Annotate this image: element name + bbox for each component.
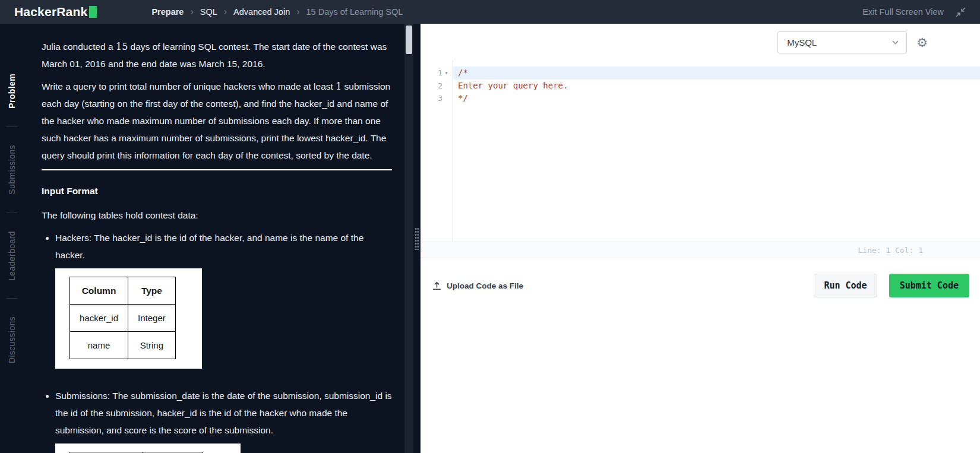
line-number: 3: [438, 94, 442, 103]
submit-code-button[interactable]: Submit Code: [889, 274, 969, 297]
table-cell: String: [128, 332, 176, 359]
tables-bullet-list: Hackers: The hacker_id is the id of the …: [42, 229, 392, 453]
code-editor[interactable]: 1 ▾ 2 3 /* Enter your query here. *: [421, 61, 980, 242]
language-select[interactable]: MySQL: [777, 31, 907, 53]
fold-arrow-icon[interactable]: ▾: [442, 69, 450, 76]
hackers-table: Column Type hacker_id Integer name Strin…: [69, 277, 176, 359]
header-right-controls: Exit Full Screen View: [862, 7, 966, 17]
resize-grip-icon: [415, 227, 419, 250]
breadcrumb-advanced-join[interactable]: Advanced Join: [233, 7, 290, 17]
code-input-area[interactable]: /* Enter your query here. */: [453, 61, 980, 242]
table-cell: hacker_id: [70, 305, 128, 332]
column-header: Column: [70, 277, 128, 305]
text: submission each day (starting on the fir…: [42, 81, 390, 160]
hackerrank-logo[interactable]: HackerRank: [14, 5, 97, 19]
submissions-table-image: Column Type: [55, 444, 241, 453]
math-number: 15: [116, 41, 128, 52]
run-code-button[interactable]: Run Code: [814, 274, 877, 297]
code-line[interactable]: Enter your query here.: [453, 80, 980, 93]
editor-settings-gear-icon[interactable]: ⚙: [916, 36, 928, 49]
scrollbar-thumb[interactable]: [406, 26, 412, 54]
text: Julia conducted a: [42, 42, 116, 52]
code-line-active[interactable]: /*: [453, 66, 980, 80]
line-number: 1: [438, 68, 442, 77]
collapse-fullscreen-icon[interactable]: [956, 7, 966, 17]
tab-submissions[interactable]: Submissions: [7, 127, 17, 213]
hackers-table-description: Hackers: The hacker_id is the id of the …: [55, 233, 363, 260]
editor-toolbar: MySQL ⚙: [421, 24, 980, 61]
table-cell: name: [70, 332, 128, 359]
gutter-line-3: 3: [421, 92, 453, 105]
problem-statement: Julia conducted a 15 days of learning SQ…: [24, 24, 413, 453]
upload-code-button[interactable]: Upload Code as File: [432, 281, 523, 290]
editor-actions-bar: Upload Code as File Run Code Submit Code: [421, 258, 980, 297]
tables-intro: The following tables hold contest data:: [42, 207, 392, 224]
chevron-down-icon: [892, 40, 899, 45]
editor-status-bar: Line: 1 Col: 1: [421, 242, 980, 258]
tab-problem[interactable]: Problem: [7, 56, 17, 126]
submissions-table-description: Submissions: The submission_date is the …: [55, 391, 392, 435]
cursor-position-indicator: Line: 1 Col: 1: [858, 246, 923, 255]
section-divider: [42, 169, 392, 170]
upload-icon: [432, 281, 441, 290]
breadcrumb-current-challenge: 15 Days of Learning SQL: [306, 7, 403, 17]
problem-paragraph-1: Julia conducted a 15 days of learning SQ…: [42, 38, 392, 72]
code-editor-panel: MySQL ⚙ 1 ▾ 2: [421, 24, 980, 453]
chevron-separator-icon: ›: [190, 7, 193, 17]
table-row: name String: [70, 332, 176, 359]
table-row: hacker_id Integer: [70, 305, 176, 332]
breadcrumb-prepare[interactable]: Prepare: [151, 7, 184, 17]
table-cell: Integer: [128, 305, 176, 332]
left-panel-scrollbar[interactable]: [404, 24, 413, 453]
column-header: Type: [128, 277, 176, 305]
chevron-separator-icon: ›: [224, 7, 227, 17]
logo-green-block-icon: [89, 6, 97, 18]
problem-panel: Problem Submissions Leaderboard Discussi…: [0, 24, 413, 453]
editor-gutter: 1 ▾ 2 3: [421, 61, 453, 242]
main-area: Problem Submissions Leaderboard Discussi…: [0, 24, 980, 453]
hackerrank-challenge-page: HackerRank Prepare › SQL › Advanced Join…: [0, 0, 980, 453]
list-item: Submissions: The submission_date is the …: [55, 387, 392, 453]
hackers-table-image: Column Type hacker_id Integer name Strin…: [55, 268, 202, 369]
logo-text: HackerRank: [14, 5, 87, 19]
line-number: 2: [438, 81, 442, 90]
panel-resize-handle[interactable]: [413, 24, 421, 453]
top-header: HackerRank Prepare › SQL › Advanced Join…: [0, 0, 980, 24]
tab-discussions[interactable]: Discussions: [7, 299, 17, 381]
upload-code-label: Upload Code as File: [447, 281, 523, 290]
breadcrumb: Prepare › SQL › Advanced Join › 15 Days …: [151, 7, 403, 17]
list-item: Hackers: The hacker_id is the id of the …: [55, 229, 392, 382]
code-line[interactable]: */: [453, 92, 980, 105]
language-select-value: MySQL: [787, 37, 817, 47]
tab-leaderboard[interactable]: Leaderboard: [7, 213, 17, 299]
problem-paragraph-2: Write a query to print total number of u…: [42, 78, 392, 164]
breadcrumb-sql[interactable]: SQL: [200, 7, 217, 17]
math-number: 1: [336, 81, 342, 92]
vertical-tabstrip: Problem Submissions Leaderboard Discussi…: [0, 24, 24, 453]
exit-full-screen-link[interactable]: Exit Full Screen View: [862, 7, 944, 17]
gutter-line-2: 2: [421, 80, 453, 93]
gutter-line-1: 1 ▾: [421, 66, 453, 80]
text: Write a query to print total number of u…: [42, 81, 336, 91]
chevron-separator-icon: ›: [296, 7, 299, 17]
input-format-heading: Input Format: [42, 182, 392, 199]
